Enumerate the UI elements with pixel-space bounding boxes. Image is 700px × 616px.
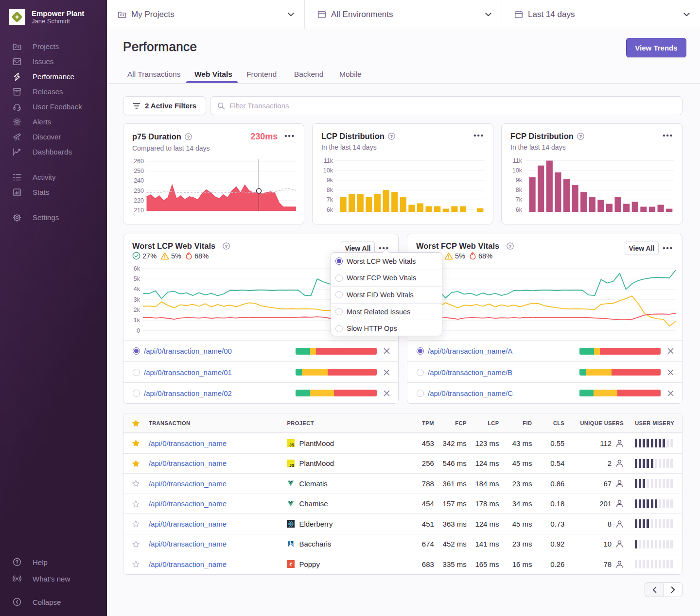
svg-text:11k: 11k — [324, 157, 333, 164]
svg-text:260: 260 — [134, 158, 144, 165]
svg-text:?: ? — [225, 243, 228, 249]
svg-text:?: ? — [390, 134, 393, 139]
svg-text:6k: 6k — [134, 265, 140, 272]
svg-text:?: ? — [187, 134, 190, 139]
svg-text:10k: 10k — [512, 167, 523, 174]
svg-text:6k: 6k — [327, 206, 333, 213]
svg-text:7k: 7k — [327, 196, 333, 203]
svg-text:8k: 8k — [516, 187, 523, 193]
svg-text:210: 210 — [134, 207, 144, 213]
svg-text:2k: 2k — [134, 307, 140, 313]
svg-text:11k: 11k — [513, 157, 523, 164]
svg-text:10k: 10k — [323, 167, 333, 174]
svg-text:4k: 4k — [134, 286, 140, 292]
svg-text:9k: 9k — [516, 177, 523, 184]
svg-text:9k: 9k — [327, 177, 333, 184]
svg-text:230: 230 — [134, 188, 144, 194]
svg-text:7k: 7k — [516, 196, 523, 203]
svg-text:0: 0 — [137, 327, 140, 334]
svg-text:5k: 5k — [134, 275, 140, 282]
svg-text:3k: 3k — [134, 296, 140, 303]
svg-text:250: 250 — [134, 168, 144, 174]
svg-text:240: 240 — [134, 177, 144, 184]
svg-text:6k: 6k — [516, 206, 523, 213]
svg-text:1k: 1k — [134, 317, 140, 324]
svg-text:220: 220 — [134, 197, 144, 204]
svg-text:?: ? — [579, 134, 582, 139]
svg-text:8k: 8k — [327, 187, 333, 193]
svg-text:?: ? — [509, 243, 512, 249]
